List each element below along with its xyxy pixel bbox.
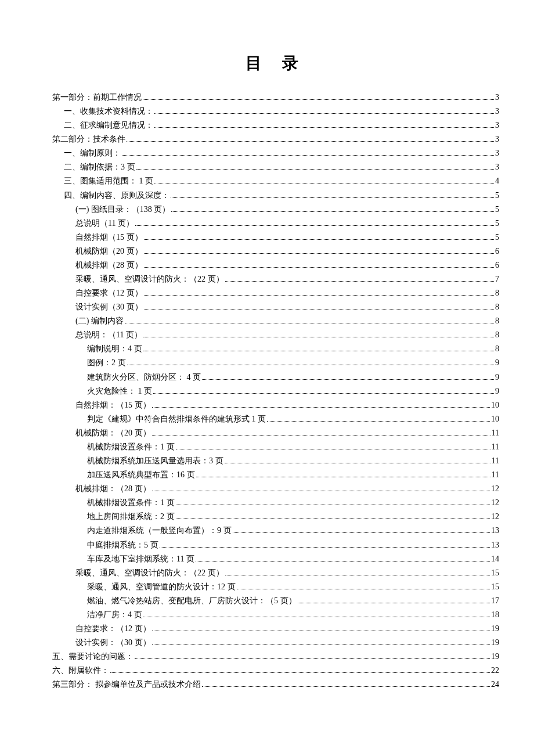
toc-leader-dots	[152, 407, 490, 408]
toc-label: 自控要求：（12 页）	[75, 622, 151, 636]
toc-label: 四、编制内容、原则及深度：	[64, 189, 169, 203]
toc-label: 采暖、通风、空调设计的防火：（22 页）	[75, 272, 224, 286]
toc-label: 自控要求（12 页）	[75, 286, 143, 300]
toc-label: 二、编制依据：3 页	[64, 160, 135, 174]
toc-page-number: 3	[495, 160, 499, 174]
toc-page-number: 3	[495, 105, 499, 118]
toc-label: 五、需要讨论的问题：	[52, 650, 134, 664]
toc-entry: 图例：2 页9	[52, 356, 499, 370]
toc-page-number: 12	[491, 510, 499, 524]
toc-leader-dots	[202, 686, 490, 687]
toc-entry: 总说明（11 页）5	[52, 217, 499, 231]
toc-label: 中庭排烟系统：5 页	[87, 538, 158, 552]
toc-leader-dots	[144, 253, 495, 254]
toc-leader-dots	[152, 645, 490, 645]
toc-entry: 四、编制内容、原则及深度：5	[52, 189, 499, 203]
toc-entry: 中庭排烟系统：5 页13	[52, 538, 499, 552]
toc-page-number: 22	[491, 664, 499, 678]
toc-entry: 一、编制原则：3	[52, 146, 499, 160]
toc-page-number: 6	[495, 244, 499, 258]
toc-leader-dots	[298, 603, 490, 603]
toc-page-number: 15	[491, 580, 499, 594]
toc-entry: 判定《建规》中符合自然排烟条件的建筑形式 1 页10	[52, 412, 499, 426]
page-title: 目 录	[52, 52, 499, 74]
toc-label: (一) 图纸目录：（138 页）	[75, 203, 170, 217]
toc-entry: 第一部分：前期工作情况3	[52, 91, 499, 105]
toc-entry: 机械排烟（28 页）6	[52, 258, 499, 272]
toc-entry: 机械排烟设置条件：1 页12	[52, 496, 499, 510]
toc-page-number: 6	[495, 258, 499, 272]
toc-label: 一、收集技术资料情况：	[64, 105, 153, 118]
toc-leader-dots	[135, 658, 490, 659]
toc-label: 采暖、通风、空调设计的防火：（22 页）	[75, 566, 224, 580]
toc-entry: 机械排烟：（28 页）12	[52, 482, 499, 496]
toc-entry: 机械防烟设置条件：1 页11	[52, 440, 499, 454]
toc-page-number: 9	[495, 370, 499, 384]
toc-leader-dots	[136, 169, 495, 170]
toc-leader-dots	[196, 561, 490, 561]
toc-page-number: 19	[491, 636, 499, 650]
toc-page-number: 4	[495, 174, 499, 188]
toc-leader-dots	[171, 211, 494, 212]
toc-entry: (一) 图纸目录：（138 页）5	[52, 203, 499, 217]
toc-page-number: 14	[491, 552, 499, 566]
toc-page-number: 3	[495, 132, 499, 146]
toc-label: 建筑防火分区、防烟分区： 4 页	[87, 370, 201, 384]
toc-label: 内走道排烟系统（一般竖向布置）：9 页	[87, 524, 232, 538]
toc-label: 设计实例：（30 页）	[75, 636, 151, 650]
toc-page-number: 18	[491, 608, 499, 622]
toc-page-number: 5	[495, 189, 499, 203]
toc-leader-dots	[144, 267, 495, 268]
toc-label: 自然排烟：（15 页）	[75, 398, 151, 412]
toc-entry: 第二部分：技术条件3	[52, 132, 499, 146]
toc-page-number: 12	[491, 496, 499, 510]
toc-page-number: 11	[492, 440, 499, 454]
toc-entry: 机械防烟：（20 页）11	[52, 426, 499, 440]
toc-entry: 二、征求编制意见情况：3	[52, 118, 499, 132]
toc-entry: 洁净厂房：4 页18	[52, 608, 499, 622]
toc-entry: 机械防烟系统加压送风量选用表：3 页11	[52, 454, 499, 468]
toc-page-number: 7	[495, 272, 499, 286]
toc-leader-dots	[143, 337, 494, 337]
toc-leader-dots	[122, 155, 494, 156]
toc-label: 第二部分：技术条件	[52, 132, 125, 146]
toc-label: 自然排烟（15 页）	[75, 231, 143, 244]
toc-leader-dots	[143, 351, 495, 351]
toc-entry: 自控要求：（12 页）19	[52, 622, 499, 636]
toc-label: 总说明（11 页）	[75, 217, 134, 231]
toc-entry: 采暖、通风、空调管道的防火设计：12 页15	[52, 580, 499, 594]
toc-page-number: 9	[495, 356, 499, 370]
toc-leader-dots	[154, 113, 494, 114]
toc-leader-dots	[196, 477, 490, 477]
table-of-contents: 第一部分：前期工作情况3一、收集技术资料情况：3二、征求编制意见情况：3第二部分…	[52, 91, 499, 692]
toc-leader-dots	[152, 435, 490, 435]
toc-page-number: 11	[492, 426, 499, 440]
toc-entry: 六、附属软件：22	[52, 664, 499, 678]
toc-label: 机械防烟系统加压送风量选用表：3 页	[87, 454, 223, 468]
toc-label: 加压送风系统典型布置：16 页	[87, 468, 195, 482]
toc-leader-dots	[237, 589, 490, 589]
toc-leader-dots	[225, 281, 495, 282]
toc-page-number: 8	[495, 286, 499, 300]
toc-entry: 设计实例：（30 页）19	[52, 636, 499, 650]
toc-entry: 机械防烟（20 页）6	[52, 244, 499, 258]
toc-entry: 采暖、通风、空调设计的防火：（22 页）15	[52, 566, 499, 580]
toc-page-number: 24	[491, 678, 499, 692]
toc-leader-dots	[176, 519, 490, 519]
toc-leader-dots	[225, 575, 490, 575]
toc-label: 总说明：（11 页）	[75, 328, 142, 342]
toc-leader-dots	[110, 672, 490, 673]
toc-entry: 燃油、燃气冷热站房、变配电所、厂房防火设计：（5 页）17	[52, 594, 499, 608]
toc-page-number: 8	[495, 328, 499, 342]
toc-entry: 内走道排烟系统（一般竖向布置）：9 页13	[52, 524, 499, 538]
toc-page-number: 5	[495, 203, 499, 217]
toc-leader-dots	[152, 631, 490, 631]
toc-entry: 编制说明：4 页8	[52, 342, 499, 356]
toc-entry: 三、图集适用范围： 1 页4	[52, 174, 499, 188]
toc-label: 第一部分：前期工作情况	[52, 91, 142, 105]
toc-label: 机械排烟（28 页）	[75, 258, 143, 272]
toc-page-number: 10	[491, 412, 499, 426]
toc-leader-dots	[144, 239, 495, 240]
toc-page-number: 3	[495, 118, 499, 132]
toc-label: 六、附属软件：	[52, 664, 109, 678]
